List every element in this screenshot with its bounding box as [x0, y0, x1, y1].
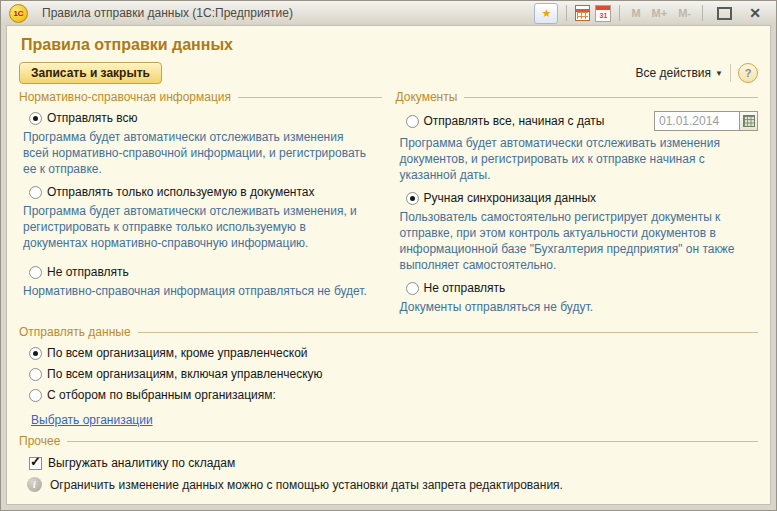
radio-nsi-send-all[interactable]: Отправлять всю	[29, 111, 382, 125]
radio-nsi-dont-send[interactable]: Не отправлять	[29, 265, 382, 279]
set-restriction-date-link[interactable]: Установить дату запрета изменения данных	[49, 503, 296, 505]
nsi-dont-send-description: Нормативно-справочная информация отправл…	[23, 283, 368, 299]
calculator-icon	[575, 5, 590, 21]
radio-icon[interactable]	[29, 368, 42, 381]
help-button[interactable]: ?	[738, 63, 758, 83]
window-title: Правила отправки данных (1С:Предприятие)	[42, 6, 293, 20]
app-window: 1С Правила отправки данных (1С:Предприят…	[0, 0, 777, 511]
close-icon: ✕	[749, 6, 761, 20]
1c-logo-icon: 1С	[9, 4, 28, 23]
radio-label: Отправлять все, начиная с даты	[424, 114, 605, 128]
radio-label: Ручная синхронизация данных	[424, 191, 597, 205]
calendar-button[interactable]: 31	[595, 5, 611, 22]
group-send-data: Отправлять данные По всем организациям, …	[19, 325, 758, 428]
radio-all-orgs-including-management[interactable]: По всем организациям, включая управленче…	[29, 367, 758, 381]
calendar-grid-icon	[743, 115, 755, 127]
memory-mminus-button[interactable]: M-	[675, 7, 694, 19]
radio-selected-orgs-filter[interactable]: С отбором по выбранным организациям:	[29, 388, 758, 402]
choose-organizations-link[interactable]: Выбрать организации	[31, 413, 153, 427]
memory-m-button[interactable]: M	[628, 7, 643, 19]
chevron-down-icon: ▼	[715, 69, 723, 78]
radio-label: Не отправлять	[424, 281, 506, 295]
maximize-icon	[717, 7, 732, 20]
calendar-icon: 31	[595, 5, 611, 22]
group-line	[138, 332, 758, 333]
favorites-button[interactable]: ★	[534, 3, 558, 24]
all-actions-label: Все действия	[636, 66, 711, 80]
close-button[interactable]: ✕	[742, 4, 768, 22]
radio-icon[interactable]	[406, 192, 419, 205]
form-content: Правила отправки данных Записать и закры…	[6, 25, 771, 505]
radio-all-orgs-except-management[interactable]: По всем организациям, кроме управленческ…	[29, 346, 758, 360]
restrict-edit-info-text: Ограничить изменение данных можно с помо…	[50, 478, 563, 492]
command-bar: Записать и закрыть Все действия ▼ ?	[19, 62, 758, 84]
radio-label: По всем организациям, включая управленче…	[47, 367, 323, 381]
radio-nsi-send-used[interactable]: Отправлять только используемую в докумен…	[29, 185, 382, 199]
docs-dont-send-description: Документы отправляться не будут.	[400, 299, 745, 315]
checkbox-icon[interactable]: ✓	[29, 457, 42, 470]
radio-docs-manual-sync[interactable]: Ручная синхронизация данных	[406, 191, 759, 205]
star-icon: ★	[541, 8, 551, 19]
radio-label: Отправлять только используемую в докумен…	[47, 185, 315, 199]
checkbox-label: Выгружать аналитику по складам	[48, 456, 235, 470]
group-line	[464, 97, 758, 98]
titlebar-separator	[702, 5, 703, 21]
date-picker-button[interactable]	[739, 111, 758, 131]
group-other: Прочее ✓ Выгружать аналитику по складам …	[19, 434, 758, 505]
maximize-button[interactable]	[711, 4, 737, 22]
group-send-data-title: Отправлять данные	[19, 325, 131, 339]
checkbox-export-warehouse-analytics[interactable]: ✓ Выгружать аналитику по складам	[29, 456, 758, 470]
calendar-day-label: 31	[596, 10, 610, 21]
memory-mplus-button[interactable]: M+	[649, 7, 671, 19]
radio-icon[interactable]	[406, 282, 419, 295]
radio-docs-dont-send[interactable]: Не отправлять	[406, 281, 759, 295]
radio-label: По всем организациям, кроме управленческ…	[47, 346, 308, 360]
titlebar-controls: ★ 31 M M+ M- ✕	[534, 3, 768, 24]
group-other-title: Прочее	[19, 434, 60, 448]
titlebar-separator	[566, 5, 567, 21]
group-documents-title: Документы	[396, 90, 458, 104]
radio-icon[interactable]	[29, 389, 42, 402]
radio-icon[interactable]	[29, 347, 42, 360]
radio-label: Не отправлять	[47, 265, 129, 279]
docs-manual-sync-description: Пользователь самостоятельно регистрирует…	[400, 209, 745, 273]
info-icon: i	[27, 477, 42, 492]
group-line	[67, 441, 758, 442]
group-documents: Документы Отправлять все, начиная с даты…	[396, 88, 759, 323]
titlebar: 1С Правила отправки данных (1С:Предприят…	[1, 1, 776, 25]
calculator-button[interactable]	[575, 5, 590, 21]
radio-icon[interactable]	[406, 115, 419, 128]
radio-icon[interactable]	[29, 266, 42, 279]
docs-send-from-date-description: Программа будет автоматически отслеживат…	[400, 135, 745, 183]
all-actions-button[interactable]: Все действия ▼	[636, 66, 723, 80]
radio-label: С отбором по выбранным организациям:	[47, 388, 276, 402]
nsi-send-used-description: Программа будет автоматически отслеживат…	[23, 203, 368, 251]
save-and-close-button[interactable]: Записать и закрыть	[19, 62, 162, 84]
radio-icon[interactable]	[29, 186, 42, 199]
group-nsi-title: Нормативно-справочная информация	[19, 90, 231, 104]
command-separator	[730, 64, 731, 82]
page-title: Правила отправки данных	[21, 36, 758, 54]
group-nsi: Нормативно-справочная информация Отправл…	[19, 88, 382, 323]
radio-icon[interactable]	[29, 112, 42, 125]
titlebar-separator	[619, 5, 620, 21]
group-line	[238, 97, 382, 98]
radio-label: Отправлять всю	[47, 111, 138, 125]
radio-docs-send-from-date[interactable]: Отправлять все, начиная с даты	[406, 111, 759, 131]
nsi-send-all-description: Программа будет автоматически отслеживат…	[23, 129, 368, 177]
start-date-input[interactable]	[654, 111, 739, 131]
